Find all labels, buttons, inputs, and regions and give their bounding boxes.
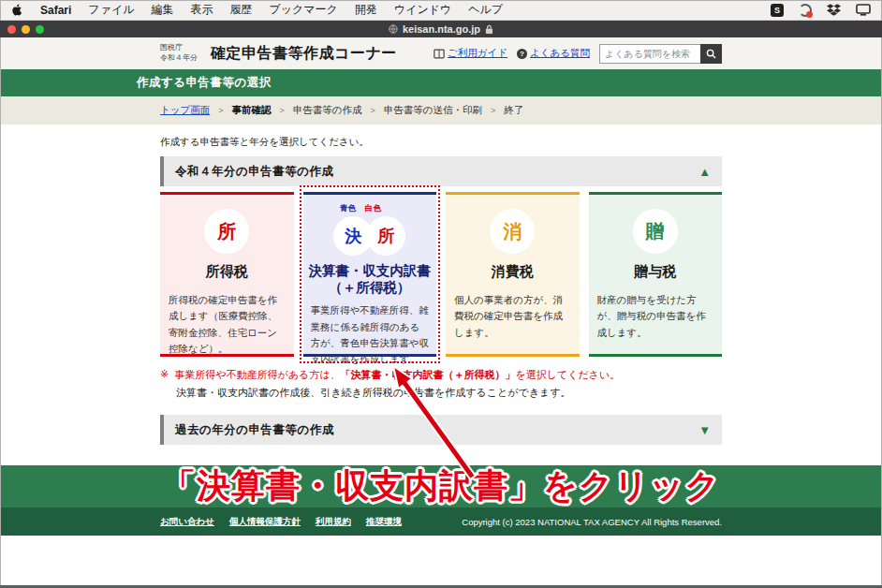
close-window-button[interactable] <box>7 25 16 34</box>
card-description: 所得税の確定申告書を作成します（医療費控除、寄附金控除、住宅ローン控除など）。 <box>160 292 294 357</box>
menu-edit[interactable]: 編集 <box>151 2 173 18</box>
question-icon: ? <box>517 49 527 59</box>
guide-book-icon <box>434 49 445 59</box>
page-title-bar: 作成する申告書等の選択 <box>0 69 882 96</box>
tax-card-row: 所 所得税 所得税の確定申告書を作成します（医療費控除、寄附金控除、住宅ローン控… <box>160 192 722 357</box>
menu-file[interactable]: ファイル <box>88 2 134 18</box>
income-tax-badge-icon: 所 <box>204 209 249 254</box>
agency-logo-block: 国税庁 令和４年分 <box>160 43 198 64</box>
card-description: 個人の事業者の方が、消費税の確定申告書を作成します。 <box>446 292 580 341</box>
zoom-window-button[interactable] <box>36 25 44 34</box>
card-income-tax[interactable]: 所 所得税 所得税の確定申告書を作成します（医療費控除、寄附金控除、住宅ローン控… <box>160 192 294 357</box>
collapse-triangle-icon[interactable]: ▲ <box>698 166 711 178</box>
consumption-tax-badge-icon: 消 <box>490 209 535 254</box>
agency-name: 国税庁 <box>160 43 198 53</box>
breadcrumb-precheck: 事前確認 <box>232 104 272 117</box>
section-current-year[interactable]: 令和４年分の申告書等の作成 ▲ <box>160 156 722 186</box>
copyright-text: Copyright (c) 2023 NATIONAL TAX AGENCY A… <box>462 517 722 527</box>
breadcrumb-send-print: 申告書等の送信・印刷 <box>384 104 482 117</box>
breadcrumb-separator: > <box>280 106 285 115</box>
filing-type-labels: 青色 白色 <box>294 195 428 214</box>
menubar-status-tray: S <box>771 4 871 17</box>
user-guide-link[interactable]: ご利用ガイド <box>434 47 507 60</box>
page-title: 作成する申告書等の選択 <box>137 75 745 91</box>
white-return-label: 白色 <box>365 203 381 214</box>
expand-triangle-icon[interactable]: ▼ <box>698 424 711 436</box>
menu-safari[interactable]: Safari <box>40 4 71 17</box>
menu-history[interactable]: 履歴 <box>229 2 252 18</box>
main-content: 作成する申告書等と年分を選択してください。 令和４年分の申告書等の作成 ▲ 所 … <box>160 136 722 445</box>
url-text: keisan.nta.go.jp <box>403 23 480 35</box>
faq-link[interactable]: ? よくある質問 <box>517 47 590 60</box>
card-title: 贈与税 <box>589 263 723 281</box>
section-past-years[interactable]: 過去の年分の申告書等の作成 ▼ <box>160 415 722 445</box>
card-consumption-tax[interactable]: 消 消費税 個人の事業者の方が、消費税の確定申告書を作成します。 <box>446 192 580 357</box>
card-gift-tax[interactable]: 贈 贈与税 財産の贈与を受けた方が、贈与税の申告書を作成します。 <box>589 192 723 357</box>
menu-view[interactable]: 表示 <box>190 2 213 18</box>
annotation-text: 「決算書・収支内訳書」をクリック <box>162 463 720 509</box>
card-title: 決算書・収支内訳書 （＋所得税） <box>303 262 437 296</box>
card-description: 財産の贈与を受けた方が、贈与税の申告書を作成します。 <box>589 292 723 341</box>
display-icon[interactable] <box>856 4 871 16</box>
menu-window[interactable]: ウインドウ <box>394 2 451 18</box>
search-icon <box>706 49 716 59</box>
instruction-text: 作成する申告書等と年分を選択してください。 <box>160 136 722 149</box>
breadcrumb-separator: > <box>371 106 375 115</box>
globe-icon <box>389 24 398 34</box>
gift-tax-badge-icon: 贈 <box>633 209 678 254</box>
footer-privacy-link[interactable]: 個人情報保護方針 <box>229 516 301 528</box>
lock-icon <box>485 24 493 35</box>
card-title: 所得税 <box>160 263 294 281</box>
card-description: 事業所得や不動産所得、雑業務に係る雑所得のある方が、青色申告決算書や収支内訳書を… <box>303 302 437 367</box>
dropbox-icon[interactable] <box>827 4 841 17</box>
safari-titlebar: keisan.nta.go.jp <box>0 21 882 37</box>
search-button[interactable] <box>700 44 722 64</box>
annotation-banner: 「決算書・収支内訳書」をクリック <box>0 465 882 507</box>
faq-search-input[interactable] <box>599 44 700 64</box>
menu-develop[interactable]: 開発 <box>355 2 377 18</box>
card-title: 消費税 <box>446 263 580 281</box>
footer-environment-link[interactable]: 推奨環境 <box>366 516 402 528</box>
site-header: 国税庁 令和４年分 確定申告書等作成コーナー ご利用ガイド ? よくある質問 <box>0 37 882 69</box>
blue-return-label: 青色 <box>340 203 356 214</box>
breadcrumb: トップ画面 > 事前確認 > 申告書等の作成 > 申告書等の送信・印刷 > 終了 <box>0 96 882 125</box>
site-footer: お問い合わせ 個人情報保護方針 利用規約 推奨環境 Copyright (c) … <box>0 507 882 536</box>
breadcrumb-separator: > <box>491 106 495 115</box>
site-title: 確定申告書等作成コーナー <box>211 44 397 64</box>
breadcrumb-finish: 終了 <box>504 104 523 117</box>
footer-terms-link[interactable]: 利用規約 <box>316 516 351 528</box>
card-financial-statement[interactable]: 青色 白色 決 所 決算書・収支内訳書 （＋所得税） 事業所得や不動産所得、雑業… <box>303 192 437 357</box>
continue-note: 決算書・収支内訳書の作成後、引き続き所得税の申告書を作成することができます。 <box>176 386 722 400</box>
menu-help[interactable]: ヘルプ <box>468 2 503 18</box>
minimize-window-button[interactable] <box>22 25 30 34</box>
tax-year: 令和４年分 <box>160 53 198 64</box>
macos-screen: Safari ファイル 編集 表示 履歴 ブックマーク 開発 ウインドウ ヘルプ… <box>0 0 882 588</box>
menu-bookmarks[interactable]: ブックマーク <box>269 2 337 18</box>
notification-swirl-icon[interactable] <box>799 4 812 17</box>
business-income-note: ※ 事業所得や不動産所得がある方は、「決算書・収支内訳書（＋所得税）」を選択して… <box>160 368 722 382</box>
breadcrumb-top[interactable]: トップ画面 <box>160 104 210 117</box>
breadcrumb-create: 申告書等の作成 <box>293 104 362 117</box>
footer-contact-link[interactable]: お問い合わせ <box>160 516 214 528</box>
s-app-icon[interactable]: S <box>771 4 784 17</box>
breadcrumb-separator: > <box>218 106 223 115</box>
window-controls <box>7 25 44 34</box>
address-bar[interactable]: keisan.nta.go.jp <box>389 23 493 35</box>
apple-menu-icon[interactable] <box>11 3 23 17</box>
statement-badge-icons: 決 所 <box>303 216 437 256</box>
macos-menubar: Safari ファイル 編集 表示 履歴 ブックマーク 開発 ウインドウ ヘルプ… <box>0 0 882 21</box>
